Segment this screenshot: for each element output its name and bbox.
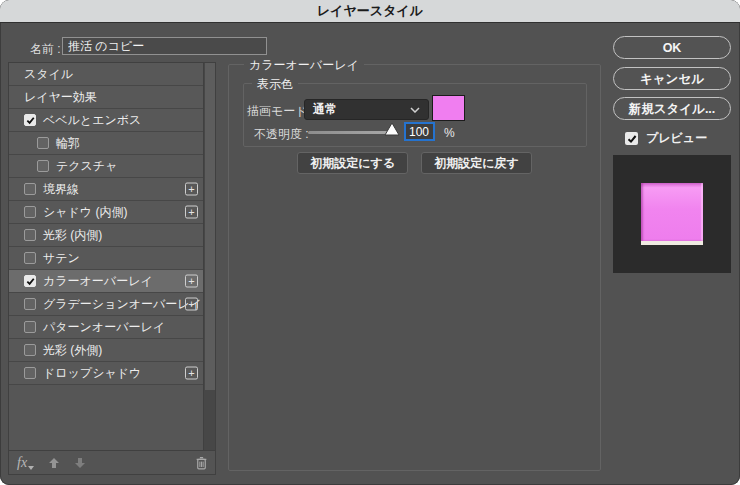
- delete-effect-button[interactable]: [195, 456, 208, 470]
- effect-checkbox[interactable]: [37, 160, 49, 172]
- effect-checkbox[interactable]: [24, 252, 36, 264]
- sidebar-item[interactable]: 光彩 (外側): [9, 339, 203, 362]
- blend-mode-dropdown[interactable]: 通常: [304, 99, 429, 120]
- sidebar-item[interactable]: サテン: [9, 247, 203, 270]
- appearance-subgroup: 表示色 描画モード : 通常 不透明度 : %: [243, 83, 587, 147]
- styles-sidebar: スタイルレイヤー効果ベベルとエンボス輪郭テクスチャ境界線+シャドウ (内側)+光…: [8, 62, 216, 475]
- opacity-label: 不透明度 :: [254, 126, 309, 143]
- blend-mode-value: 通常: [313, 101, 337, 118]
- opacity-input[interactable]: [404, 122, 435, 141]
- effect-checkbox[interactable]: [24, 229, 36, 241]
- down-arrow-icon: [74, 457, 86, 469]
- sidebar-footer: fx: [9, 450, 215, 474]
- sidebar-item[interactable]: スタイル: [9, 63, 203, 86]
- trash-icon: [195, 456, 208, 470]
- overlay-color-swatch[interactable]: [432, 95, 465, 121]
- sidebar-item[interactable]: シャドウ (内側)+: [9, 201, 203, 224]
- sidebar-item-label: 境界線: [43, 181, 79, 198]
- effect-checkbox[interactable]: [24, 183, 36, 195]
- group-title: カラーオーバーレイ: [244, 57, 364, 74]
- sidebar-item-label: 光彩 (外側): [43, 342, 102, 359]
- up-arrow-icon: [48, 457, 60, 469]
- sidebar-item-label: グラデーションオーバーレイ: [43, 296, 202, 313]
- sidebar-item[interactable]: ドロップシャドウ+: [9, 362, 203, 385]
- sidebar-item[interactable]: パターンオーバーレイ: [9, 316, 203, 339]
- effect-checkbox[interactable]: [24, 298, 36, 310]
- new-style-button[interactable]: 新規スタイル...: [613, 97, 731, 120]
- effect-checkbox[interactable]: [24, 275, 36, 287]
- sidebar-item-label: パターンオーバーレイ: [43, 319, 165, 336]
- sidebar-item-label: シャドウ (内側): [43, 204, 127, 221]
- sidebar-item-label: スタイル: [24, 66, 73, 83]
- ok-button[interactable]: OK: [613, 36, 731, 59]
- move-effect-up-button[interactable]: [48, 457, 60, 469]
- add-effect-icon[interactable]: +: [185, 206, 198, 219]
- check-icon: [26, 116, 35, 125]
- cancel-button[interactable]: キャンセル: [613, 67, 731, 90]
- move-effect-down-button[interactable]: [74, 457, 86, 469]
- layer-name-input[interactable]: [62, 37, 267, 55]
- check-icon: [627, 134, 637, 144]
- title-bar: レイヤースタイル: [0, 0, 740, 23]
- sidebar-item[interactable]: ベベルとエンボス: [9, 109, 203, 132]
- add-effect-icon[interactable]: +: [185, 367, 198, 380]
- chevron-down-icon: [410, 107, 420, 113]
- layer-style-dialog: レイヤースタイル 名前 : スタイルレイヤー効果ベベルとエンボス輪郭テクスチャ境…: [0, 0, 740, 485]
- preview-label: プレビュー: [646, 130, 707, 147]
- preview-thumbnail: [613, 155, 731, 273]
- effect-checkbox[interactable]: [37, 137, 49, 149]
- default-buttons-row: 初期設定にする 初期設定に戻す: [229, 152, 600, 174]
- opacity-slider-thumb[interactable]: [384, 122, 400, 136]
- add-effect-icon[interactable]: +: [185, 298, 198, 311]
- preview-checkbox[interactable]: [625, 132, 638, 145]
- sidebar-item-label: カラーオーバーレイ: [43, 273, 153, 290]
- make-default-button[interactable]: 初期設定にする: [297, 152, 408, 174]
- sidebar-item[interactable]: 境界線+: [9, 178, 203, 201]
- sidebar-item[interactable]: テクスチャ: [9, 155, 203, 178]
- scrollbar-thumb[interactable]: [205, 63, 215, 390]
- sidebar-item-label: ドロップシャドウ: [43, 365, 141, 382]
- preview-swatch: [641, 183, 703, 245]
- name-label: 名前 :: [30, 41, 61, 58]
- sidebar-item-label: ベベルとエンボス: [43, 112, 141, 129]
- sidebar-item-label: 光彩 (内側): [43, 227, 102, 244]
- sidebar-item-label: 輪郭: [56, 135, 80, 152]
- sidebar-item[interactable]: レイヤー効果: [9, 86, 203, 109]
- effect-checkbox[interactable]: [24, 321, 36, 333]
- reset-default-button[interactable]: 初期設定に戻す: [421, 152, 532, 174]
- opacity-slider[interactable]: [308, 131, 391, 134]
- effect-checkbox[interactable]: [24, 206, 36, 218]
- effect-checkbox[interactable]: [24, 344, 36, 356]
- check-icon: [26, 277, 35, 286]
- fx-caret-icon: [28, 466, 34, 470]
- subgroup-title: 表示色: [252, 76, 298, 93]
- sidebar-item[interactable]: グラデーションオーバーレイ+: [9, 293, 203, 316]
- styles-list: スタイルレイヤー効果ベベルとエンボス輪郭テクスチャ境界線+シャドウ (内側)+光…: [9, 63, 203, 451]
- dialog-title: レイヤースタイル: [0, 0, 740, 22]
- sidebar-item-label: テクスチャ: [56, 158, 117, 175]
- effect-checkbox[interactable]: [24, 367, 36, 379]
- sidebar-item-label: サテン: [43, 250, 80, 267]
- sidebar-item[interactable]: 光彩 (内側): [9, 224, 203, 247]
- preview-toggle-row: プレビュー: [625, 130, 707, 147]
- fx-menu-button[interactable]: fx: [17, 455, 34, 471]
- add-effect-icon[interactable]: +: [185, 275, 198, 288]
- sidebar-item[interactable]: カラーオーバーレイ+: [9, 270, 203, 293]
- color-overlay-group: カラーオーバーレイ 表示色 描画モード : 通常 不透明度 : % 初期設定にす…: [228, 64, 601, 471]
- opacity-unit: %: [444, 126, 455, 140]
- add-effect-icon[interactable]: +: [185, 183, 198, 196]
- sidebar-item-label: レイヤー効果: [24, 89, 97, 106]
- sidebar-item[interactable]: 輪郭: [9, 132, 203, 155]
- fx-icon: fx: [17, 455, 27, 471]
- styles-scrollbar[interactable]: [203, 63, 215, 451]
- effect-checkbox[interactable]: [24, 114, 36, 126]
